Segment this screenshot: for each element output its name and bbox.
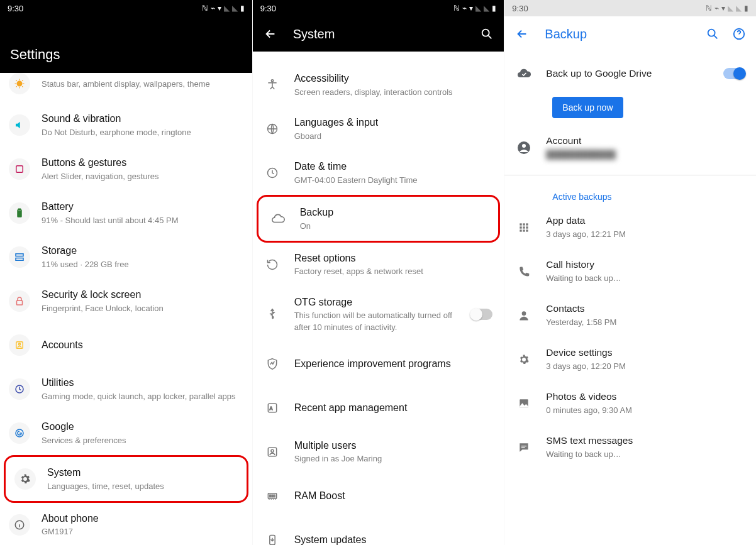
back-button[interactable] (263, 26, 278, 41)
row-utilities[interactable]: UtilitiesGaming mode, quick launch, app … (0, 367, 252, 411)
vibrate-icon: ⌁ (462, 4, 467, 13)
row-date-time[interactable]: Date & timeGMT-04:00 Eastern Daylight Ti… (253, 151, 504, 195)
row-google[interactable]: GoogleServices & preferences (0, 411, 252, 455)
page-title: Settings (10, 47, 60, 63)
svg-text:A: A (270, 405, 273, 410)
row-buttons-gestures[interactable]: Buttons & gesturesAlert Slider, navigati… (0, 147, 252, 191)
row-device-settings[interactable]: Device settings3 days ago, 12:20 PM (504, 338, 756, 382)
row-title: RAM Boost (294, 489, 493, 503)
row-subtitle: Waiting to back up… (546, 273, 745, 284)
row-subtitle: Screen readers, display, interaction con… (294, 87, 493, 98)
row-call-history[interactable]: Call historyWaiting to back up… (504, 250, 756, 294)
row-accessibility[interactable]: AccessibilityScreen readers, display, in… (253, 63, 504, 107)
backup-drive-label: Back up to Google Drive (546, 67, 712, 80)
row-title: Languages & input (294, 116, 493, 129)
panel-backup: 9:30 ℕ ⌁ ▾ ◣ ◣ ▮ Backup Back up (504, 0, 756, 545)
svg-rect-33 (520, 229, 522, 231)
backup-now-button[interactable]: Back up now (552, 97, 623, 118)
signal-icon: ◣ (484, 4, 489, 13)
svg-rect-6 (16, 258, 23, 261)
search-icon[interactable] (706, 27, 720, 41)
signal-icon: ◣ (232, 4, 238, 13)
row-ram-boost[interactable]: RAM Boost (253, 474, 504, 518)
row-title: Date & time (294, 160, 493, 173)
row-photos-videos[interactable]: Photos & videos0 minutes ago, 9:30 AM (504, 382, 756, 426)
reset-icon (262, 254, 283, 275)
row-title: Google (42, 420, 241, 434)
gear-icon (513, 349, 535, 370)
row-subtitle: 11% used · 228 GB free (42, 259, 241, 270)
svg-rect-30 (520, 226, 522, 228)
row-sound-vibration[interactable]: Sound & vibrationDo Not Disturb, earphon… (0, 103, 252, 147)
toggle[interactable] (471, 309, 492, 320)
row-title: App data (546, 214, 745, 228)
row-battery[interactable]: Battery91% - Should last until about 4:4… (0, 191, 252, 235)
row-security-lock-screen[interactable]: Security & lock screenFingerprint, Face … (0, 279, 252, 323)
svg-rect-29 (526, 223, 528, 225)
row-reset-options[interactable]: Reset optionsFactory reset, apps & netwo… (253, 243, 504, 287)
wifi-icon: ▾ (469, 4, 473, 13)
vibrate-icon: ⌁ (714, 4, 719, 13)
account-row[interactable]: Account ████████████ (504, 126, 756, 170)
row-subtitle: Do Not Disturb, earphone mode, ringtone (42, 127, 241, 138)
vibrate-icon: ⌁ (211, 4, 215, 13)
row-title: Reset options (294, 251, 493, 265)
recent-icon: A (262, 397, 283, 419)
usb-icon (262, 304, 283, 325)
row-app-data[interactable]: App data3 days ago, 12:21 PM (504, 206, 756, 250)
display-icon (9, 73, 30, 94)
row-recent-app-management[interactable]: ARecent app management (253, 386, 504, 430)
row-languages-input[interactable]: Languages & inputGboard (253, 107, 504, 151)
row-experience-improvement-programs[interactable]: Experience improvement programs (253, 342, 504, 386)
backup-toggle[interactable] (723, 68, 745, 79)
row-display[interactable]: DisplayStatus bar, ambient display, wall… (0, 73, 252, 103)
status-icons: ℕ ⌁ ▾ ◣ ◣ ▮ (202, 4, 245, 13)
row-about-phone[interactable]: About phoneGM1917 (0, 503, 252, 545)
utilities-icon (9, 378, 30, 400)
help-icon[interactable] (732, 27, 746, 41)
svg-rect-3 (19, 209, 21, 210)
backup-to-drive-row[interactable]: Back up to Google Drive (504, 52, 756, 93)
phone-icon (513, 261, 535, 282)
battery-status-icon: ▮ (744, 4, 748, 13)
row-subtitle: Status bar, ambient display, wallpapers,… (42, 79, 241, 90)
row-storage[interactable]: Storage11% used · 228 GB free (0, 235, 252, 279)
row-subtitle: This function will be automatically turn… (294, 310, 460, 333)
person-icon (513, 305, 535, 326)
row-title: Photos & videos (546, 390, 745, 404)
settings-header: Settings (0, 16, 252, 73)
row-subtitle: On (300, 221, 487, 232)
row-system[interactable]: SystemLanguages, time, reset, updates (4, 455, 248, 503)
svg-point-13 (482, 30, 489, 36)
row-subtitle: 3 days ago, 12:21 PM (546, 229, 745, 240)
svg-point-26 (522, 144, 526, 148)
row-system-updates[interactable]: System updates (253, 518, 504, 545)
status-time: 9:30 (512, 4, 528, 13)
svg-point-0 (17, 81, 23, 87)
status-bar: 9:30 ℕ ⌁ ▾ ◣ ◣ ▮ (253, 0, 504, 16)
row-subtitle: 91% - Should last until about 4:45 PM (42, 215, 241, 226)
info-icon (9, 514, 30, 536)
row-multiple-users[interactable]: Multiple usersSigned in as Joe Maring (253, 430, 504, 474)
signal-icon: ◣ (475, 4, 481, 13)
row-sms-text-messages[interactable]: SMS text messagesWaiting to back up… (504, 426, 756, 470)
backup-header: Backup (504, 16, 756, 52)
search-icon[interactable] (480, 27, 494, 41)
svg-point-23 (708, 30, 715, 36)
row-backup[interactable]: BackupOn (257, 195, 501, 243)
svg-rect-34 (523, 229, 525, 231)
nfc-icon: ℕ (453, 4, 460, 13)
status-time: 9:30 (8, 4, 23, 13)
back-button[interactable] (514, 26, 530, 41)
svg-point-20 (271, 449, 274, 452)
status-time: 9:30 (260, 4, 276, 13)
row-subtitle: Signed in as Joe Maring (294, 453, 493, 465)
row-otg-storage[interactable]: OTG storageThis function will be automat… (253, 287, 504, 342)
row-contacts[interactable]: ContactsYesterday, 1:58 PM (504, 294, 756, 338)
row-title: Security & lock screen (42, 288, 241, 302)
row-subtitle: Services & preferences (42, 435, 241, 446)
wifi-icon: ▾ (721, 4, 725, 13)
row-title: Backup (300, 206, 487, 219)
row-title: Multiple users (294, 439, 493, 453)
row-accounts[interactable]: Accounts (0, 323, 252, 367)
